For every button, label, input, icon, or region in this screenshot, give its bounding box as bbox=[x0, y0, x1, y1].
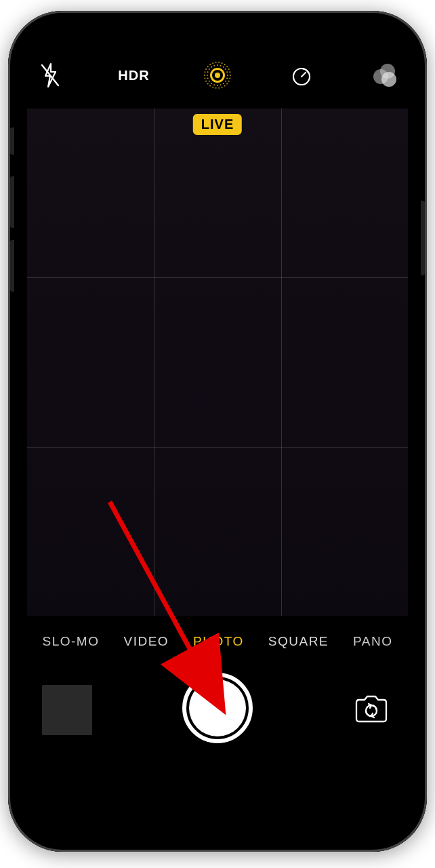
flash-button[interactable] bbox=[34, 59, 66, 92]
viewfinder[interactable]: LIVE bbox=[27, 108, 408, 616]
hdr-button[interactable]: HDR bbox=[118, 59, 150, 92]
mode-selector[interactable]: SLO-MO VIDEO PHOTO SQUARE PANO bbox=[18, 624, 417, 659]
mode-pano[interactable]: PANO bbox=[353, 634, 392, 649]
shutter-button[interactable] bbox=[182, 673, 253, 743]
live-photo-icon bbox=[201, 59, 234, 92]
grid-line bbox=[281, 108, 282, 616]
live-badge: LIVE bbox=[193, 114, 242, 135]
switch-camera-icon bbox=[352, 694, 390, 723]
grid-line bbox=[27, 447, 408, 448]
screen: HDR bbox=[18, 20, 417, 842]
phone-frame: HDR bbox=[8, 11, 427, 852]
svg-line-2 bbox=[302, 73, 306, 77]
timer-icon bbox=[290, 64, 313, 87]
filters-icon bbox=[373, 64, 396, 87]
switch-camera-button[interactable] bbox=[352, 694, 390, 723]
hdr-label: HDR bbox=[118, 68, 149, 83]
mode-square[interactable]: SQUARE bbox=[268, 634, 329, 649]
filters-button[interactable] bbox=[369, 59, 401, 92]
bottom-controls bbox=[18, 665, 417, 780]
power-button bbox=[421, 201, 425, 275]
top-controls: HDR bbox=[18, 52, 417, 99]
flash-off-icon bbox=[39, 62, 61, 88]
mode-photo[interactable]: PHOTO bbox=[193, 634, 244, 649]
last-photo-thumbnail[interactable] bbox=[42, 685, 92, 735]
shutter-inner bbox=[189, 679, 246, 736]
mode-slo-mo[interactable]: SLO-MO bbox=[43, 634, 100, 649]
volume-up-button bbox=[10, 176, 14, 228]
volume-down-button bbox=[10, 240, 14, 292]
mode-video[interactable]: VIDEO bbox=[123, 634, 169, 649]
grid-line bbox=[27, 277, 408, 278]
grid-line bbox=[154, 108, 154, 616]
live-photo-button[interactable] bbox=[201, 59, 234, 92]
timer-button[interactable] bbox=[285, 59, 318, 92]
silence-switch bbox=[10, 127, 14, 155]
